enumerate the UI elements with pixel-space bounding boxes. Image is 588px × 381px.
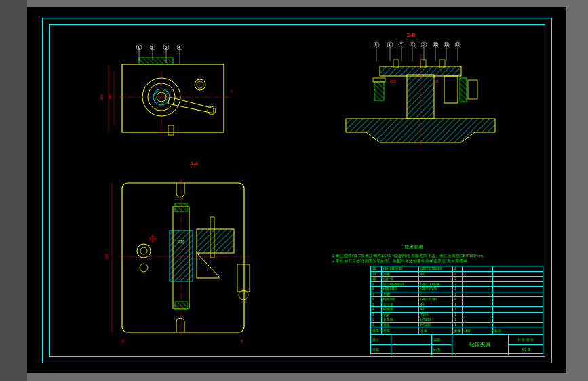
section-arrow-b-left: B	[122, 339, 125, 343]
svg-point-65	[137, 244, 151, 258]
tb-hdr-code: 代号	[382, 327, 419, 334]
dim-d1: Ø16	[390, 79, 397, 83]
parts-list-row: 8螺母M10GB/T 61701	[371, 287, 543, 292]
title-block: 12螺栓M10×30GB/T 5782-86211压板45110圆柱销29定位销…	[370, 266, 543, 354]
parts-list-row: 10圆柱销2	[371, 277, 543, 282]
svg-text:5: 5	[375, 43, 377, 47]
parts-list-row: 12螺栓M10×30GB/T 5782-862	[371, 266, 543, 272]
callout-4: 4	[178, 45, 180, 49]
parts-list-row: 6螺栓M8GB/T 57804	[371, 297, 543, 302]
notes-line-1: 1.未注圆角R3-R5,未注倒角1X45°,锐边倒钝,去除毛刺飞边。未注公差按G…	[332, 253, 495, 258]
svg-text:10: 10	[433, 43, 437, 47]
parts-list-row: 11压板451	[371, 272, 543, 277]
svg-text:11: 11	[444, 43, 448, 47]
left-toolbar[interactable]	[0, 0, 27, 381]
dim-dia-center: Ø16	[178, 239, 184, 243]
parts-list-row: 9定位销Ø8×20GB/T 119-862	[371, 282, 543, 287]
parts-list-row: 2夹具体HT2001	[371, 317, 543, 323]
notes-title: 技术要求	[332, 244, 495, 251]
svg-rect-69	[237, 264, 250, 292]
svg-point-67	[140, 264, 148, 272]
svg-rect-3	[139, 58, 173, 64]
svg-rect-11	[168, 125, 174, 135]
callout-1: 1	[138, 45, 140, 49]
svg-rect-30	[460, 78, 467, 102]
svg-rect-27	[374, 81, 384, 100]
parts-list-row: 5定位套451	[371, 302, 543, 308]
parts-list-row: 3钻套T10A1	[371, 313, 543, 318]
parts-list-row: 7垫圈1	[371, 292, 543, 298]
cad-canvas[interactable]: A 1 2 3 4 180 140 B-B	[27, 7, 566, 373]
svg-rect-2	[122, 64, 224, 132]
view-top-left: A 1 2 3 4 180 140	[95, 44, 237, 153]
tb-hdr-qty: 数量	[453, 327, 463, 334]
section-bb-label: B-B	[407, 33, 415, 37]
section-arrow-a-right: A	[231, 89, 233, 94]
svg-text:9: 9	[423, 43, 425, 47]
svg-text:7: 7	[400, 43, 402, 47]
svg-rect-68	[197, 229, 234, 253]
svg-text:8: 8	[411, 43, 413, 47]
section-aa-label: A-A	[190, 161, 198, 166]
svg-rect-29	[444, 76, 458, 103]
dim-d2: Ø16	[433, 79, 439, 83]
dim-h3: 260	[104, 253, 109, 259]
tb-hdr-name: 名称	[419, 327, 453, 334]
parts-list-row: 1底座HT2001	[371, 323, 543, 328]
svg-text:12: 12	[456, 43, 460, 47]
svg-point-66	[140, 247, 147, 254]
tb-hdr-mat: 材料	[463, 327, 493, 334]
notes-line-2: 2.零件加工后进行表面发黑处理。装配时各运动零件应保证灵活,无卡滞现象。	[332, 258, 495, 264]
dim-h1: 180	[100, 94, 104, 100]
dim-h2: 140	[108, 94, 112, 100]
technical-notes: 技术要求 1.未注圆角R3-R5,未注倒角1X45°,锐边倒钝,去除毛刺飞边。未…	[332, 244, 495, 264]
svg-rect-31	[468, 80, 477, 99]
drawing-title: 钻床夹具	[452, 335, 509, 355]
tb-hdr-note: 备注	[493, 327, 543, 334]
callout-3: 3	[165, 45, 167, 49]
parts-list-row: 4钻模板451	[371, 307, 543, 313]
svg-text:6: 6	[389, 43, 391, 47]
callout-2: 2	[151, 45, 153, 49]
tb-hdr-num: 序号	[371, 327, 382, 334]
callouts-right: 5 6 7 8 9 10 11 12	[374, 42, 460, 61]
view-bottom-left: 260 B B Ø16	[102, 169, 278, 346]
section-arrow-b-right: B	[241, 339, 243, 343]
view-top-right: Ø16 Ø16 5 6	[326, 41, 515, 149]
